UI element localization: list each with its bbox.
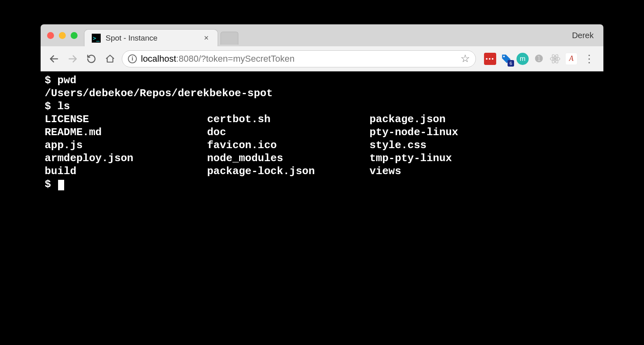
bookmark-star-button[interactable]: ☆ [460,52,470,65]
browser-window: >_ Spot - Instance × Derek i localhost:8… [41,24,603,252]
terminal-cursor [58,180,64,190]
svg-point-2 [503,56,505,57]
browser-tab-active[interactable]: >_ Spot - Instance × [84,29,218,46]
close-window-button[interactable] [47,32,54,39]
home-button[interactable] [103,52,117,66]
terminal-line: pwd [45,74,76,86]
url-path: :8080/?token=mySecretToken [176,54,295,64]
forward-button[interactable] [66,52,80,66]
terminal-prompt: $ [45,178,51,190]
ls-item: pty-node-linux [370,126,458,138]
terminal-output: /Users/debekoe/Repos/derekbekoe-spot [45,87,273,99]
ls-item: package.json [370,113,445,125]
reload-icon [86,54,96,64]
ls-item: doc [207,126,226,138]
browser-toolbar: i localhost:8080/?token=mySecretToken ☆ … [41,46,603,71]
ls-item: package-lock.json [207,165,315,177]
profile-name[interactable]: Derek [572,24,594,46]
browser-menu-button[interactable]: ⋮ [581,57,597,60]
extension-m-icon[interactable]: m [516,53,529,65]
new-tab-button[interactable] [220,32,238,45]
tab-close-button[interactable]: × [202,33,210,43]
ls-item: armdeploy.json [45,152,133,164]
ls-item: favicon.ico [207,139,277,151]
terminal-favicon-icon: >_ [92,34,101,43]
tab-title: Spot - Instance [106,34,197,43]
ls-output: LICENSE README.md app.js armdeploy.json … [45,113,599,178]
back-button[interactable] [47,52,61,66]
extensions-row: ••• 6 m ➊ A ⋮ [481,53,597,65]
extension-tag-icon[interactable]: 6 [500,53,512,65]
minimize-window-button[interactable] [59,32,66,39]
extension-react-icon[interactable] [549,53,561,65]
ls-item: LICENSE [45,113,89,125]
ls-item: build [45,165,76,177]
extension-onetab-icon[interactable]: ➊ [533,53,545,65]
ls-col: LICENSE README.md app.js armdeploy.json … [45,113,207,178]
ls-item: certbot.sh [207,113,270,125]
ls-item: style.css [370,139,426,151]
arrow-right-icon [67,54,78,64]
ls-item: node_modules [207,152,283,164]
ls-item: README.md [45,126,102,138]
window-controls [41,24,84,46]
ls-item: app.js [45,139,83,151]
maximize-window-button[interactable] [71,32,78,39]
terminal-line: ls [45,100,70,112]
ls-col: certbot.sh doc favicon.ico node_modules … [207,113,370,178]
extension-lastpass-icon[interactable]: ••• [484,53,496,65]
address-bar[interactable]: i localhost:8080/?token=mySecretToken ☆ [122,50,476,67]
url-host: localhost [141,54,176,64]
tab-strip: >_ Spot - Instance × Derek [41,24,603,46]
extension-a-icon[interactable]: A [565,53,577,65]
ls-item: tmp-pty-linux [370,152,452,164]
terminal-viewport[interactable]: pwd /Users/debekoe/Repos/derekbekoe-spot… [41,71,603,252]
ls-col: package.json pty-node-linux style.css tm… [370,113,599,178]
site-info-icon[interactable]: i [128,54,137,63]
reload-button[interactable] [84,52,98,66]
ls-item: views [370,165,401,177]
arrow-left-icon [49,54,59,64]
svg-point-3 [554,58,556,60]
home-icon [105,54,115,64]
react-atom-icon [550,54,560,64]
extension-badge: 6 [508,60,514,67]
